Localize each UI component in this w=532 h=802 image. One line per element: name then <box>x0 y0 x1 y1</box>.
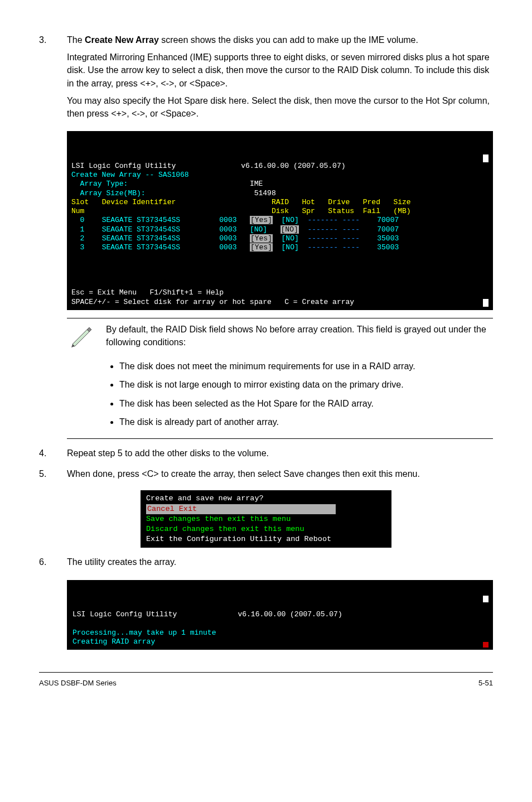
paragraph: The Create New Array screen shows the di… <box>67 33 493 46</box>
table-row: 1 SEAGATE ST373454SS 0003 [NO] [NO] ----… <box>71 225 399 234</box>
table-header-1: Slot Device Identifier RAID Hot Drive Pr… <box>71 198 411 206</box>
save-menu-terminal: Create and save new array? Cancel Exit S… <box>141 490 391 548</box>
step-number: 3. <box>39 33 67 124</box>
step-body: The Create New Array screen shows the di… <box>67 33 493 124</box>
paragraph: Integrated Mirroring Enhanced (IME) supp… <box>67 51 493 90</box>
scrollbar-marker <box>483 596 489 602</box>
bold-text: Create New Array <box>85 35 159 45</box>
page-footer: ASUS DSBF-DM Series 5-51 <box>39 672 493 689</box>
text: The <box>67 35 85 45</box>
table-header-2: Num Disk Spr Status Fail (MB) <box>71 207 411 215</box>
terminal-row: Array Type: IME <box>71 180 263 188</box>
menu-item-selected: Cancel Exit <box>146 504 336 514</box>
step-4: 4. Repeat step 5 to add the other disks … <box>39 447 493 464</box>
terminal-title: LSI Logic Config Utility v6.16.00.00 (20… <box>72 610 342 619</box>
step-number: 4. <box>39 447 67 464</box>
table-row: 2 SEAGATE ST373454SS 0003 [Yes] [NO] ---… <box>71 234 399 243</box>
step-number: 6. <box>39 555 67 573</box>
scrollbar-marker <box>483 154 489 162</box>
note-bullets: The disk does not meet the minimum requi… <box>67 357 493 439</box>
note-text: By default, the RAID Disk field shows No… <box>106 323 493 353</box>
menu-item: Save changes then exit this menu <box>146 515 291 523</box>
pencil-icon <box>67 323 106 351</box>
note-block: By default, the RAID Disk field shows No… <box>67 318 493 357</box>
terminal-footer: SPACE/+/- = Select disk for array or hot… <box>71 298 354 306</box>
bios-terminal-processing: LSI Logic Config Utility v6.16.00.00 (20… <box>67 580 493 650</box>
terminal-title: LSI Logic Config Utility v6.16.00.00 (20… <box>71 162 346 170</box>
list-item: The disk is not large enough to mirror e… <box>119 378 493 391</box>
list-item: The disk is already part of another arra… <box>119 416 493 428</box>
text: screen shows the disks you can add to ma… <box>159 35 418 45</box>
terminal-footer: Esc = Exit Menu F1/Shift+1 = Help <box>71 288 224 297</box>
terminal-line: Processing...may take up 1 minute <box>72 629 216 637</box>
terminal-line: Creating RAID array <box>72 637 155 646</box>
bios-terminal-create-array: LSI Logic Config Utility v6.16.00.00 (20… <box>67 131 493 310</box>
menu-item: Discard changes then exit this menu <box>146 525 304 533</box>
list-item: The disk has been selected as the Hot Sp… <box>119 397 493 410</box>
scrollbar-marker <box>483 642 489 648</box>
step-5: 5. When done, press <C> to create the ar… <box>39 467 493 485</box>
paragraph: Repeat step 5 to add the other disks to … <box>67 447 493 460</box>
paragraph: By default, the RAID Disk field shows No… <box>106 323 493 349</box>
table-row: 3 SEAGATE ST373454SS 0003 [Yes] [NO] ---… <box>71 243 399 252</box>
menu-title: Create and save new array? <box>146 494 264 503</box>
table-row: 0 SEAGATE ST373454SS 0003 [Yes] [NO] ---… <box>71 216 399 224</box>
terminal-subtitle: Create New Array -- SAS1068 <box>71 171 189 179</box>
terminal-row: Array Size(MB): 51498 <box>71 189 276 197</box>
step-number: 5. <box>39 467 67 485</box>
paragraph: The utility creates the array. <box>67 555 493 568</box>
scrollbar-marker <box>483 299 489 307</box>
menu-item: Exit the Configuration Utility and Reboo… <box>146 535 331 543</box>
footer-left: ASUS DSBF-DM Series <box>39 678 117 689</box>
list-item: The disk does not meet the minimum requi… <box>119 360 493 373</box>
paragraph: When done, press <C> to create the array… <box>67 467 493 480</box>
paragraph: You may also specify the Hot Spare disk … <box>67 94 493 120</box>
footer-right: 5-51 <box>478 678 493 689</box>
step-6: 6. The utility creates the array. <box>39 555 493 573</box>
step-3: 3. The Create New Array screen shows the… <box>39 33 493 124</box>
